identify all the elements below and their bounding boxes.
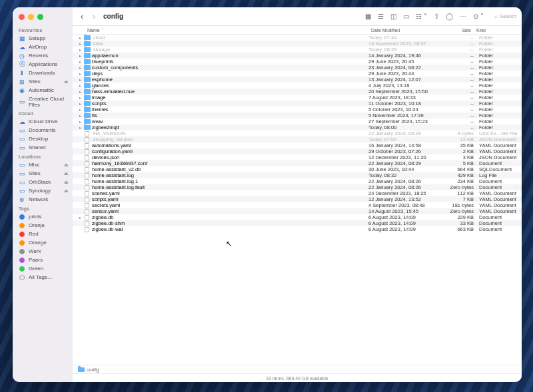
- sidebar-item[interactable]: All Tags…: [13, 273, 73, 282]
- file-row[interactable]: ▸esphome13 January 2024, 12:07--Folder: [73, 77, 522, 83]
- minimize-button[interactable]: [28, 14, 34, 20]
- share-button[interactable]: ⇧: [434, 13, 439, 20]
- tag-button[interactable]: ◯: [446, 13, 453, 20]
- disclosure-triangle[interactable]: ▸: [77, 35, 83, 40]
- file-row[interactable]: ▸scripts11 October 2023, 10:18--Folder: [73, 100, 522, 106]
- disclosure-triangle[interactable]: ▸: [77, 89, 83, 94]
- file-row[interactable]: home-assistant.logToday, 08:32429 KBLog …: [73, 172, 522, 178]
- file-row[interactable]: home-assistant.log.fault22 January 2024,…: [73, 184, 522, 190]
- sidebar-item[interactable]: ⬇Downloads: [13, 69, 73, 77]
- file-row[interactable]: ▸custom_components23 January 2024, 08:22…: [73, 65, 522, 71]
- disclosure-triangle[interactable]: ▸: [77, 215, 83, 220]
- file-row[interactable]: ▸zigbee2mqttToday, 08:00--Folder: [73, 124, 522, 130]
- file-row[interactable]: secrets.yaml4 September 2023, 08:48181 b…: [73, 202, 522, 208]
- disclosure-triangle[interactable]: ▸: [77, 113, 83, 118]
- file-row[interactable]: ▸.cloudToday, 07:44--Folder: [73, 35, 522, 41]
- icon-view-button[interactable]: ▦: [365, 13, 371, 20]
- list-view-button[interactable]: ☰: [378, 13, 384, 20]
- sidebar-item[interactable]: ▭OrbStack⏏: [13, 178, 73, 186]
- file-row[interactable]: scenes.yaml24 December 2023, 18:25112 KB…: [73, 190, 522, 196]
- sidebar-item[interactable]: ⒶApplications: [13, 60, 73, 69]
- sidebar-item[interactable]: Paars: [13, 256, 73, 264]
- disclosure-triangle[interactable]: ▸: [77, 59, 83, 64]
- file-row[interactable]: ▸.storageToday, 08:29--Folder: [73, 47, 522, 53]
- sidebar-item[interactable]: ◷Recents: [13, 51, 73, 60]
- sidebar-item[interactable]: Oranje: [13, 221, 73, 230]
- disclosure-triangle[interactable]: ▸: [77, 95, 83, 100]
- file-row[interactable]: harmony_16386937.conf22 January 2024, 08…: [73, 160, 522, 166]
- sidebar-item[interactable]: prints: [13, 212, 73, 221]
- file-row[interactable]: ▸hass-emulated-hue20 September 2023, 15:…: [73, 89, 522, 95]
- sidebar-item[interactable]: ▭Creative Cloud Files: [13, 95, 73, 108]
- file-row[interactable]: ▸deps29 June 2023, 20:44--Folder: [73, 71, 522, 77]
- file-row[interactable]: .shopping_list.jsonToday, 07:0412 KBJSON…: [73, 136, 522, 142]
- disclosure-triangle[interactable]: ▸: [77, 71, 83, 76]
- file-row[interactable]: sensor.yaml14 August 2023, 15:45Zero byt…: [73, 208, 522, 214]
- disclosure-triangle[interactable]: ▸: [77, 65, 83, 70]
- disclosure-triangle[interactable]: ▸: [77, 53, 83, 58]
- file-row[interactable]: zigbee.db-shm6 August 2023, 14:0933 KBDo…: [73, 220, 522, 226]
- sidebar-item[interactable]: ⊞Sites⏏: [13, 77, 73, 86]
- path-bar[interactable]: config: [73, 365, 522, 373]
- sidebar-item[interactable]: Werk: [13, 247, 73, 256]
- disclosure-triangle[interactable]: ▸: [77, 83, 83, 88]
- eject-icon[interactable]: ⏏: [64, 180, 69, 185]
- file-row[interactable]: zigbee.db-wal6 August 2023, 14:09663 KBD…: [73, 226, 522, 232]
- eject-icon[interactable]: ⏏: [64, 79, 69, 85]
- disclosure-triangle[interactable]: ▸: [77, 125, 83, 130]
- file-row[interactable]: devices.json12 December 2023, 11:203 KBJ…: [73, 154, 522, 160]
- sidebar-item[interactable]: ☁iCloud Drive: [13, 117, 73, 126]
- file-row[interactable]: .HA_VERSION22 January 2024, 08:288 bytes…: [73, 130, 522, 136]
- sidebar-item[interactable]: ⊕Network: [13, 195, 73, 204]
- file-row[interactable]: home-assistant.log.122 January 2024, 08:…: [73, 178, 522, 184]
- file-row[interactable]: ▸appdaemon14 January 2024, 19:46--Folder: [73, 53, 522, 59]
- sidebar-item[interactable]: ☁AirDrop: [13, 43, 73, 51]
- gallery-view-button[interactable]: ▭: [403, 13, 409, 20]
- name-column-header[interactable]: Name ˆ: [85, 28, 368, 33]
- file-row[interactable]: scripts.yaml12 January 2024, 13:527 KBYA…: [73, 196, 522, 202]
- sidebar-item[interactable]: ▦Setapp: [13, 34, 73, 43]
- settings-button[interactable]: ⊙ ˅: [473, 13, 484, 20]
- file-row[interactable]: configuration.yaml29 October 2023, 07:26…: [73, 148, 522, 154]
- disclosure-triangle[interactable]: ▸: [77, 41, 83, 46]
- eject-icon[interactable]: ⏏: [64, 188, 69, 194]
- file-row[interactable]: ▸themes5 October 2023, 10:24--Folder: [73, 106, 522, 112]
- disclosure-triangle[interactable]: ▸: [77, 107, 83, 112]
- disclosure-triangle[interactable]: ▸: [77, 119, 83, 124]
- disclosure-triangle[interactable]: ▸: [77, 77, 83, 82]
- forward-button[interactable]: ›: [90, 12, 98, 21]
- sidebar-item[interactable]: Green: [13, 264, 73, 273]
- sidebar-item[interactable]: ▭Documents: [13, 126, 73, 134]
- group-button[interactable]: ☷ ˅: [416, 13, 427, 20]
- back-button[interactable]: ‹: [78, 12, 86, 21]
- file-row[interactable]: ▸blueprints29 June 2023, 20:45--Folder: [73, 59, 522, 65]
- file-list[interactable]: ▸.cloudToday, 07:44--Folder▸.idea14 Nove…: [73, 35, 522, 365]
- sidebar-item[interactable]: Orange: [13, 238, 73, 247]
- file-row[interactable]: ▸tts5 November 2023, 17:39--Folder: [73, 112, 522, 118]
- kind-column-header[interactable]: Kind: [474, 28, 518, 33]
- date-column-header[interactable]: Date Modified: [368, 28, 440, 33]
- file-row[interactable]: automations.yaml16 January 2024, 14:5835…: [73, 142, 522, 148]
- sidebar-item[interactable]: ◉Automattic: [13, 86, 73, 95]
- disclosure-triangle[interactable]: ▸: [77, 101, 83, 106]
- zoom-button[interactable]: [37, 14, 43, 20]
- file-row[interactable]: ▸www27 September 2023, 15:23--Folder: [73, 118, 522, 124]
- sidebar-item[interactable]: ▭Synology⏏: [13, 186, 73, 195]
- size-column-header[interactable]: Size: [440, 28, 474, 33]
- file-row[interactable]: ▸image7 August 2023, 18:33--Folder: [73, 95, 522, 100]
- disclosure-triangle[interactable]: ▸: [77, 47, 83, 52]
- action-button[interactable]: ⋯: [460, 13, 466, 20]
- file-row[interactable]: ▸.idea14 November 2023, 09:07--Folder: [73, 41, 522, 47]
- close-button[interactable]: [19, 14, 25, 20]
- column-view-button[interactable]: ◫: [390, 13, 396, 20]
- sidebar-item[interactable]: ▭Shared: [13, 143, 73, 152]
- file-row[interactable]: home-assistant_v2.db30 June 2023, 10:446…: [73, 166, 522, 172]
- file-row[interactable]: ▸glances4 July 2023, 13:18--Folder: [73, 83, 522, 89]
- eject-icon[interactable]: ⏏: [64, 162, 69, 168]
- sidebar-item[interactable]: ▭Misc⏏: [13, 160, 73, 169]
- sidebar-item[interactable]: ▭Desktop: [13, 134, 73, 143]
- search-field[interactable]: ⌕ Search: [494, 13, 516, 19]
- file-row[interactable]: ▸zigbee.db6 August 2023, 14:09229 KBDocu…: [73, 214, 522, 220]
- sidebar-item[interactable]: Red: [13, 230, 73, 238]
- sidebar-item[interactable]: ▭Sites⏏: [13, 169, 73, 178]
